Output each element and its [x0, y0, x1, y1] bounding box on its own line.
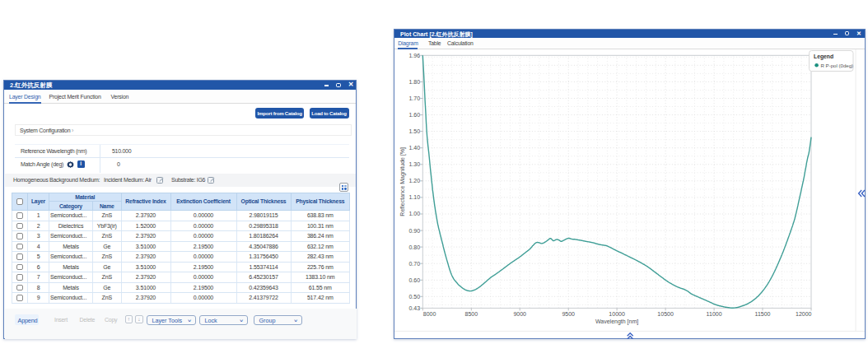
svg-text:1.60: 1.60 — [408, 112, 420, 118]
svg-text:11000: 11000 — [707, 311, 722, 317]
svg-text:10500: 10500 — [657, 311, 674, 317]
svg-text:9500: 9500 — [562, 311, 575, 317]
svg-text:0.70: 0.70 — [408, 261, 420, 267]
svg-text:Reflectance Magnitude [%]: Reflectance Magnitude [%] — [399, 147, 406, 216]
svg-text:8000: 8000 — [423, 311, 436, 317]
svg-text:8500: 8500 — [465, 311, 478, 317]
svg-text:12000: 12000 — [796, 311, 812, 317]
svg-text:1.70: 1.70 — [408, 95, 420, 101]
svg-text:10000: 10000 — [609, 311, 625, 317]
svg-text:Legend: Legend — [814, 53, 833, 60]
svg-text:1.10: 1.10 — [408, 194, 420, 200]
svg-text:R P-pol (0deg): R P-pol (0deg) — [821, 63, 854, 68]
svg-text:9000: 9000 — [513, 311, 526, 317]
svg-text:1.50: 1.50 — [408, 128, 420, 134]
svg-text:1.40: 1.40 — [408, 145, 420, 151]
svg-text:1.30: 1.30 — [408, 161, 420, 167]
svg-text:0.43: 0.43 — [408, 305, 420, 311]
svg-text:1.96: 1.96 — [408, 53, 420, 58]
svg-text:1.20: 1.20 — [408, 178, 420, 184]
svg-text:0.50: 0.50 — [408, 294, 420, 300]
svg-text:1.80: 1.80 — [408, 79, 420, 85]
svg-text:1.00: 1.00 — [408, 211, 420, 216]
svg-text:0.80: 0.80 — [408, 244, 420, 250]
svg-text:0.60: 0.60 — [408, 277, 420, 283]
svg-text:Wavelength [nm]: Wavelength [nm] — [595, 318, 638, 325]
svg-text:0.90: 0.90 — [408, 228, 420, 234]
svg-text:11500: 11500 — [755, 311, 771, 317]
